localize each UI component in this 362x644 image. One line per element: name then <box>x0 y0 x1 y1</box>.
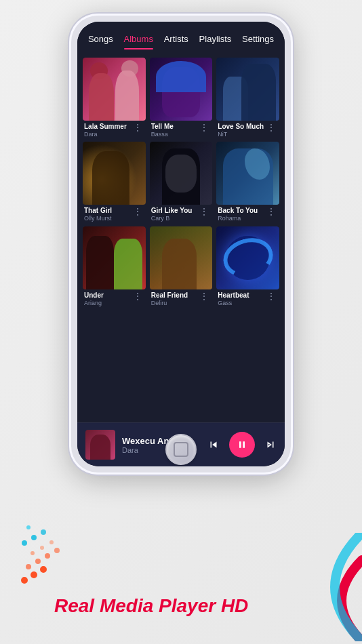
album-menu-button[interactable]: ⋮ <box>198 123 211 132</box>
album-cover <box>150 226 213 289</box>
album-title: Love So Much <box>218 123 265 131</box>
svg-point-4 <box>35 559 41 564</box>
album-artist: NiT <box>218 131 265 138</box>
album-artist: Bassa <box>151 131 199 138</box>
now-playing-thumbnail <box>85 430 115 460</box>
album-menu-button[interactable]: ⋮ <box>265 291 278 301</box>
album-artist: Cary B <box>151 215 199 222</box>
tab-playlists[interactable]: Playlists <box>199 31 232 47</box>
album-cover <box>83 142 146 205</box>
album-artist: Rohama <box>218 215 265 222</box>
album-cover <box>83 58 146 121</box>
svg-point-9 <box>49 540 54 544</box>
album-title: Real Friend <box>151 291 199 300</box>
album-title: Under <box>84 291 132 300</box>
album-cover <box>216 58 279 121</box>
album-artist: Dara <box>84 131 132 138</box>
nav-tabs: Songs Albums Artists Playlists Settings <box>77 22 285 52</box>
svg-point-11 <box>31 535 37 540</box>
svg-point-10 <box>22 540 27 546</box>
tab-settings[interactable]: Settings <box>242 31 274 47</box>
phone-frame: Songs Albums Artists Playlists Settings <box>69 14 293 475</box>
album-item[interactable]: That Girl Olly Murst ⋮ <box>83 142 146 222</box>
previous-button[interactable] <box>207 439 220 451</box>
album-cover <box>150 58 213 121</box>
album-title: Heartbeat <box>218 291 265 300</box>
svg-point-12 <box>41 529 46 535</box>
arcs-decoration <box>267 533 362 644</box>
album-artist: Olly Murst <box>84 215 132 222</box>
album-grid: Lala Summer Dara ⋮ <box>77 52 285 422</box>
album-artist: Gass <box>218 300 265 307</box>
svg-point-2 <box>40 566 47 573</box>
album-item[interactable]: Heartbeat Gass ⋮ <box>216 226 279 306</box>
album-title: Back To You <box>218 207 265 215</box>
album-item[interactable]: Back To You Rohama ⋮ <box>216 142 279 222</box>
album-cover <box>83 226 146 289</box>
playback-controls <box>207 432 277 458</box>
album-item[interactable]: Girl Like You Cary B ⋮ <box>150 142 213 222</box>
album-item[interactable]: Tell Me Bassa ⋮ <box>150 58 213 138</box>
svg-point-3 <box>26 564 31 569</box>
phone-screen: Songs Albums Artists Playlists Settings <box>77 22 285 466</box>
svg-point-6 <box>54 548 60 553</box>
tab-songs[interactable]: Songs <box>88 31 113 47</box>
next-button[interactable] <box>264 439 277 451</box>
album-artist: Ariang <box>84 300 132 307</box>
svg-point-8 <box>40 546 44 550</box>
album-menu-button[interactable]: ⋮ <box>198 291 211 301</box>
album-menu-button[interactable]: ⋮ <box>265 123 278 132</box>
pause-button[interactable] <box>229 432 255 458</box>
album-cover <box>150 142 213 205</box>
screen-content: Songs Albums Artists Playlists Settings <box>77 22 285 466</box>
svg-point-7 <box>31 551 35 555</box>
svg-point-0 <box>21 577 28 584</box>
album-item[interactable]: Lala Summer Dara ⋮ <box>83 58 146 138</box>
album-item[interactable]: Love So Much NiT ⋮ <box>216 58 279 138</box>
album-item[interactable]: Under Ariang ⋮ <box>83 226 146 306</box>
album-cover <box>216 142 279 205</box>
album-cover <box>216 226 279 289</box>
album-artist: Deliru <box>151 300 199 307</box>
svg-point-5 <box>45 553 50 559</box>
tab-artists[interactable]: Artists <box>164 31 188 47</box>
album-menu-button[interactable]: ⋮ <box>198 207 211 216</box>
album-title: That Girl <box>84 207 132 215</box>
bottom-brand-text: Real Media Player HD <box>54 595 248 617</box>
album-menu-button[interactable]: ⋮ <box>265 207 278 216</box>
svg-point-1 <box>31 571 37 578</box>
album-menu-button[interactable]: ⋮ <box>132 207 144 216</box>
dots-decoration <box>19 519 70 590</box>
album-title: Tell Me <box>151 123 199 131</box>
tab-albums[interactable]: Albums <box>124 31 153 47</box>
home-button[interactable] <box>165 434 197 465</box>
album-menu-button[interactable]: ⋮ <box>132 123 144 132</box>
album-item[interactable]: Real Friend Deliru ⋮ <box>150 226 213 306</box>
album-menu-button[interactable]: ⋮ <box>132 291 144 301</box>
home-button-inner <box>174 442 188 457</box>
svg-point-13 <box>26 525 31 529</box>
album-title: Lala Summer <box>84 123 132 131</box>
album-title: Girl Like You <box>151 207 199 215</box>
